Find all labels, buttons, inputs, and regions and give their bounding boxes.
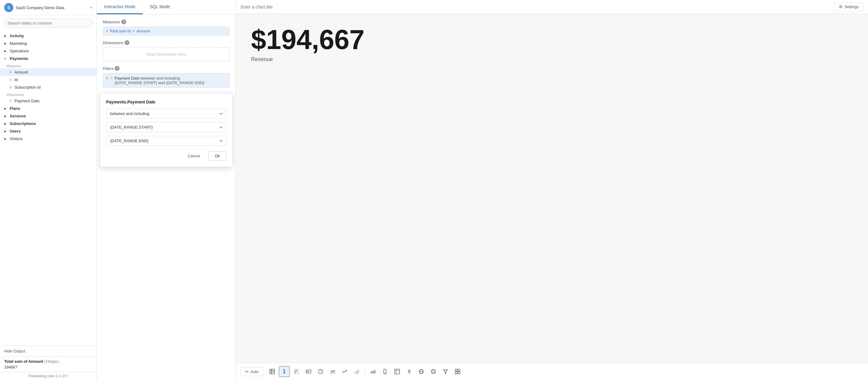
- end-date-select[interactable]: {DATE_RANGE.END} Custom date: [106, 136, 226, 146]
- popup-actions: Cancel Ok: [106, 151, 226, 160]
- measure-field: Amount: [136, 29, 150, 33]
- sidebar-item-subscription-id[interactable]: # Subscription Id: [0, 84, 96, 91]
- clock-icon: ⏱: [8, 99, 13, 103]
- sidebar-item-visitors[interactable]: ▶ Visitors: [0, 135, 96, 143]
- tab-sql[interactable]: SQL Mode: [143, 0, 177, 14]
- output-section: Total sum of Amount (integer) 194667: [0, 356, 96, 372]
- svg-rect-0: [270, 369, 275, 374]
- sidebar-item-payments[interactable]: ▾ Payments: [0, 55, 96, 62]
- svg-point-18: [385, 373, 385, 373]
- svg-rect-16: [358, 370, 359, 374]
- sidebar-item-users[interactable]: ▶ Users: [0, 127, 96, 135]
- hash-icon: #: [8, 70, 13, 75]
- viz-pivot-button[interactable]: [392, 366, 403, 377]
- start-date-select[interactable]: {DATE_RANGE.START} Custom date: [106, 122, 226, 132]
- hash-icon: #: [8, 78, 13, 82]
- big-number-value: $194,667: [251, 26, 365, 53]
- sidebar-item-subscriptions[interactable]: ▶ Subscriptions: [0, 120, 96, 127]
- sidebar-item-operations[interactable]: ▶ Operations: [0, 47, 96, 55]
- svg-rect-31: [455, 369, 457, 371]
- sidebar-logo: S: [4, 3, 13, 12]
- sidebar-item-services[interactable]: ▶ Services: [0, 112, 96, 120]
- svg-marker-30: [443, 370, 447, 374]
- arrow-icon: ▶: [4, 114, 8, 118]
- sidebar-tree: ▶ Activity ▶ Marketing ▶ Operations ▾ Pa…: [0, 31, 96, 346]
- filters-label: Filters ?: [103, 66, 229, 71]
- viz-table-button[interactable]: [267, 366, 278, 377]
- sidebar-item-amount[interactable]: # Amount: [0, 68, 96, 76]
- viz-globe1-button[interactable]: [416, 366, 427, 377]
- viz-grid-button[interactable]: [452, 366, 463, 377]
- auto-button[interactable]: ✏ Auto: [241, 367, 263, 376]
- filters-help-icon[interactable]: ?: [115, 66, 120, 71]
- filter-text: Payment Date between and including {DATE…: [115, 76, 226, 85]
- viz-separator: [365, 368, 365, 375]
- viz-bar-button[interactable]: [351, 366, 362, 377]
- viz-phone-button[interactable]: [379, 366, 391, 377]
- pill-hash-icon: #: [132, 29, 134, 33]
- tab-interactive[interactable]: Interactive Mode: [97, 0, 143, 14]
- gear-icon: ⚙: [839, 4, 843, 9]
- svg-point-24: [407, 373, 408, 373]
- hide-output-button[interactable]: Hide Output: [0, 346, 96, 356]
- condition-select[interactable]: between and including is equal to is not…: [106, 109, 226, 119]
- arrow-icon: ▶: [4, 49, 8, 53]
- output-label: Total sum of Amount: [4, 359, 43, 364]
- popup-title: Payments.Payment Date: [106, 99, 226, 105]
- chart-area: $194,667 Revenue: [236, 14, 868, 363]
- arrow-icon: ▶: [4, 122, 8, 125]
- measures-help-icon[interactable]: ?: [121, 19, 126, 24]
- arrow-icon: ▶: [4, 137, 8, 140]
- viz-map-dot-button[interactable]: [404, 366, 415, 377]
- svg-text:1: 1: [298, 372, 299, 374]
- sidebar-item-id[interactable]: # Id: [0, 76, 96, 84]
- viz-area-button[interactable]: [368, 366, 378, 377]
- sidebar-chevron-icon[interactable]: ▾: [90, 5, 92, 10]
- sidebar-item-marketing[interactable]: ▶ Marketing: [0, 40, 96, 47]
- viz-sort-button[interactable]: 1: [291, 366, 302, 377]
- viz-bar-combo-button[interactable]: [327, 366, 338, 377]
- measures-section-label: Measures: [0, 62, 96, 68]
- filter-clock-icon: ⏱: [110, 77, 113, 80]
- big-number-label: Revenue: [251, 56, 273, 63]
- sidebar: S SaaS Company Demo Data ▾ ▶ Activity ▶ …: [0, 0, 97, 380]
- arrow-icon: ▶: [4, 129, 8, 133]
- chart-header: ⚙ Settings: [236, 0, 868, 14]
- viz-globe2-button[interactable]: [428, 366, 439, 377]
- dimensions-section-label: Dimensions: [0, 91, 96, 97]
- search-input[interactable]: [4, 19, 93, 28]
- svg-rect-32: [458, 369, 460, 371]
- svg-point-29: [431, 370, 435, 374]
- svg-rect-19: [395, 369, 400, 374]
- mode-tabs: Interactive Mode SQL Mode: [97, 0, 236, 14]
- sidebar-item-activity[interactable]: ▶ Activity: [0, 32, 96, 40]
- measures-label: Measures ?: [103, 19, 229, 24]
- center-panel: Interactive Mode SQL Mode Measures ? ▾ T…: [97, 0, 236, 380]
- filter-row[interactable]: ▾ ⏱ Payment Date between and including {…: [103, 73, 229, 88]
- hash-icon: #: [8, 85, 13, 90]
- measure-pill[interactable]: ▾ Total sum of # Amount: [103, 27, 229, 35]
- sidebar-title: SaaS Company Demo Data: [16, 5, 88, 10]
- output-value: 194667: [4, 364, 92, 370]
- pill-arrow-icon: ▾: [106, 29, 108, 33]
- svg-rect-9: [306, 370, 309, 373]
- sidebar-item-plans[interactable]: ▶ Plans: [0, 105, 96, 112]
- svg-rect-33: [455, 372, 457, 374]
- arrow-down-icon: ▾: [4, 57, 8, 60]
- chart-title-input[interactable]: [241, 4, 831, 9]
- viz-pie-button[interactable]: [315, 366, 326, 377]
- viz-filter-button[interactable]: [440, 366, 451, 377]
- sidebar-header: S SaaS Company Demo Data ▾: [0, 0, 96, 16]
- dimensions-help-icon[interactable]: ?: [125, 40, 129, 45]
- cancel-button[interactable]: Cancel: [182, 151, 205, 160]
- ok-button[interactable]: Ok: [208, 151, 226, 160]
- viz-progress-button[interactable]: [303, 366, 314, 377]
- viz-line-button[interactable]: [339, 366, 350, 377]
- preview-text: Previewing rows 1-1 of 1: [0, 372, 96, 380]
- filter-popup: Payments.Payment Date between and includ…: [100, 93, 232, 167]
- viz-number-button[interactable]: 1: [279, 366, 290, 377]
- settings-button[interactable]: ⚙ Settings: [834, 2, 863, 11]
- sidebar-item-payment-date[interactable]: ⏱ Payment Date: [0, 97, 96, 105]
- drop-dimensions-zone[interactable]: Drop Dimensions Here: [103, 48, 229, 61]
- dimensions-label: Dimensions ?: [103, 40, 229, 45]
